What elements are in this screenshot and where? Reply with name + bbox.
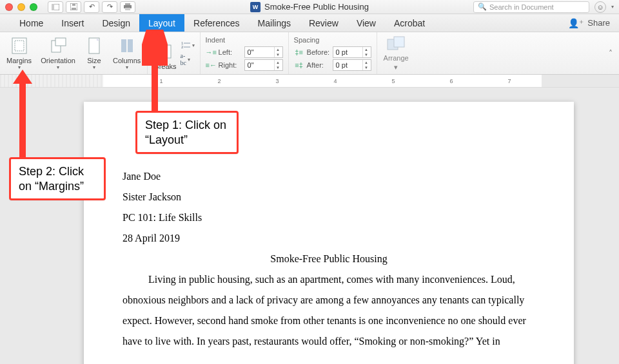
ruler[interactable]: 1 2 3 4 5 6 7 [0,75,619,88]
spacing-after-value: 0 pt [336,61,348,69]
tab-design[interactable]: Design [93,14,139,32]
indent-left-icon: →≡ [206,48,216,56]
ruler-num: 2 [217,78,221,84]
page-setup-group: Margins ▾ Orientation ▾ Size ▾ Columns ▾ [0,32,148,74]
columns-label: Columns [113,57,141,64]
line-numbers-button[interactable]: 12▾ [181,41,195,50]
doc-body[interactable]: Living in public housing, such as an apa… [123,269,535,352]
chevron-down-icon: ▾ [192,43,195,48]
toggle-sidebar-button[interactable] [48,1,63,13]
svg-rect-4 [72,4,75,6]
spacing-after-input[interactable]: 0 pt▲▼ [333,59,371,71]
quick-access-toolbar: ↶ ↷ [48,1,135,13]
indent-left-label: Left: [219,48,242,56]
ribbon-tabs: Home Insert Design Layout References Mai… [0,14,619,32]
indent-right-value: 0" [248,61,254,69]
annotation-step1: Step 1: Click on “Layout” [135,111,239,154]
annotation-text: Step 2: Click on “Margins” [19,165,84,193]
chevron-down-icon: ▾ [188,57,190,62]
size-icon [84,36,104,55]
header-name[interactable]: Jane Doe [123,166,535,187]
redo-button[interactable]: ↷ [102,1,117,13]
tab-label: Insert [61,18,84,28]
share-icon: 👤⁺ [568,18,584,28]
svg-rect-5 [125,3,130,5]
search-input[interactable]: 🔍 Search in Document [473,1,589,13]
share-button[interactable]: 👤⁺ Share [559,14,619,32]
save-button[interactable] [66,1,81,13]
ruler-num: 6 [449,78,453,84]
tab-references[interactable]: References [184,14,249,32]
arrange-button[interactable]: Arrange ▾ [377,32,415,74]
header-course[interactable]: PC 101: Life Skills [123,207,535,228]
spacing-before-input[interactable]: 0 pt▲▼ [333,46,371,58]
svg-rect-13 [121,39,126,52]
spin-down-icon[interactable]: ▼ [362,52,370,57]
doc-title[interactable]: Smoke-Free Public Housing [123,249,535,269]
tab-label: Review [309,18,339,28]
tab-view[interactable]: View [348,14,385,32]
close-window-button[interactable] [5,3,13,11]
feedback-button[interactable]: ☺ [594,1,606,13]
maximize-window-button[interactable] [30,3,37,11]
spacing-before-icon: ‡≡ [294,48,304,56]
indent-right-icon: ≡← [206,61,216,69]
margins-label: Margins [6,57,32,64]
spin-down-icon[interactable]: ▼ [362,65,370,70]
spin-up-icon[interactable]: ▲ [274,47,282,52]
document-title: Smoke-Free Public Housing [264,2,369,12]
breaks-group: Breaks 12▾ a-bc▾ [148,32,200,74]
tab-label: References [193,18,240,28]
chevron-down-icon: ▾ [126,64,128,70]
indent-left-input[interactable]: 0"▲▼ [244,46,283,58]
size-button[interactable]: Size ▾ [83,35,105,72]
orientation-button[interactable]: Orientation ▾ [39,35,77,72]
print-button[interactable] [120,1,135,13]
breaks-icon [155,42,175,61]
arrange-icon [385,35,407,53]
spacing-group: Spacing ‡≡ Before: 0 pt▲▼ ≡‡ After: 0 pt… [289,32,377,74]
collapse-ribbon-button[interactable]: ˄ [606,46,615,61]
feedback-dropdown-icon[interactable]: ▾ [611,4,614,10]
svg-rect-14 [128,39,133,52]
search-icon: 🔍 [478,3,487,11]
spacing-before-value: 0 pt [336,48,348,56]
header-date[interactable]: 28 April 2019 [123,228,535,249]
size-label: Size [87,57,101,64]
ruler-num: 5 [391,78,395,84]
spin-up-icon[interactable]: ▲ [362,47,370,52]
spin-down-icon[interactable]: ▼ [274,52,282,57]
tab-home[interactable]: Home [10,14,52,32]
tab-mailings[interactable]: Mailings [249,14,300,32]
columns-icon [117,36,137,55]
ruler-num: 4 [333,78,337,84]
tab-label: Layout [148,18,175,28]
tab-review[interactable]: Review [300,14,348,32]
page-content[interactable]: Jane Doe Sister Jackson PC 101: Life Ski… [123,166,535,352]
spin-up-icon[interactable]: ▲ [362,60,370,65]
orientation-icon [48,36,68,55]
titlebar: ↶ ↷ W Smoke-Free Public Housing 🔍 Search… [0,0,619,14]
columns-button[interactable]: Columns ▾ [112,35,142,72]
ruler-scale: 1 2 3 4 5 6 7 [103,75,542,87]
tab-insert[interactable]: Insert [52,14,93,32]
document-area[interactable]: Jane Doe Sister Jackson PC 101: Life Ski… [0,88,619,364]
undo-button[interactable]: ↶ [84,1,99,13]
tab-acrobat[interactable]: Acrobat [385,14,434,32]
header-instructor[interactable]: Sister Jackson [123,187,535,207]
word-app-icon: W [250,2,260,12]
hyphenation-button[interactable]: a-bc▾ [181,52,195,66]
search-placeholder: Search in Document [489,3,554,11]
spin-down-icon[interactable]: ▼ [274,65,282,70]
tab-layout[interactable]: Layout [139,14,184,32]
margins-button[interactable]: Margins ▾ [5,35,33,72]
svg-rect-7 [125,8,130,10]
breaks-button[interactable]: Breaks [153,41,177,72]
indent-right-input[interactable]: 0"▲▼ [244,59,283,71]
svg-rect-22 [394,37,404,47]
ribbon: Margins ▾ Orientation ▾ Size ▾ Columns ▾… [0,32,619,75]
window-controls [5,3,37,11]
tab-label: View [357,18,376,28]
minimize-window-button[interactable] [17,3,25,11]
spin-up-icon[interactable]: ▲ [274,60,282,65]
